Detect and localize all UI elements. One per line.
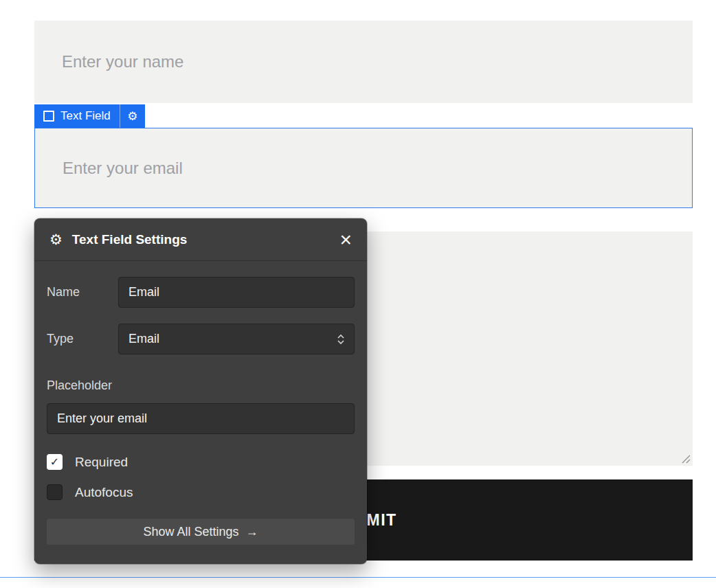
text-field-settings-panel: ⚙ Text Field Settings × Name Type Email [34, 218, 367, 564]
check-icon: ✓ [50, 455, 59, 468]
type-setting-select[interactable]: Email [118, 324, 355, 354]
settings-panel-title: Text Field Settings [72, 232, 188, 247]
name-setting-label: Name [47, 285, 118, 299]
chevron-up-down-icon [336, 332, 346, 346]
autofocus-checkbox[interactable] [47, 484, 63, 500]
selected-element-label: Text Field [60, 109, 111, 123]
show-all-settings-label: Show All Settings [143, 525, 238, 539]
textarea-resize-handle[interactable] [681, 454, 691, 464]
autofocus-checkbox-label: Autofocus [75, 485, 133, 500]
type-selected-value: Email [128, 332, 159, 346]
close-icon[interactable]: × [338, 229, 353, 250]
designer-canvas: Text Field ⚙ SUBMIT ⚙ Text Field Setting… [0, 0, 716, 588]
settings-panel-body: Name Type Email Placeholder [34, 261, 367, 557]
text-field-element-icon [43, 111, 54, 122]
resize-grip-icon [681, 454, 691, 464]
type-setting-label: Type [47, 332, 118, 346]
required-checkbox[interactable]: ✓ [47, 454, 63, 470]
placeholder-setting-label: Placeholder [47, 378, 355, 393]
badge-settings-button[interactable]: ⚙ [120, 104, 145, 128]
autofocus-setting-row: Autofocus [47, 484, 355, 500]
gear-icon: ⚙ [49, 232, 63, 247]
form-email-input[interactable] [34, 128, 693, 208]
name-setting-input[interactable] [118, 277, 355, 308]
form-name-input[interactable] [34, 21, 693, 103]
show-all-settings-button[interactable]: Show All Settings → [47, 519, 355, 545]
selected-element-badge-main[interactable]: Text Field [34, 104, 120, 128]
settings-panel-header[interactable]: ⚙ Text Field Settings × [34, 218, 367, 261]
placeholder-setting-input[interactable] [47, 403, 355, 434]
required-checkbox-label: Required [75, 455, 128, 470]
section-boundary-line [0, 577, 716, 578]
name-setting-row: Name [47, 277, 355, 308]
type-setting-row: Type Email [47, 324, 355, 354]
gear-icon: ⚙ [127, 109, 137, 124]
arrow-right-icon: → [246, 525, 258, 539]
selected-element-badge[interactable]: Text Field ⚙ [34, 104, 145, 128]
required-setting-row: ✓ Required [47, 454, 355, 470]
